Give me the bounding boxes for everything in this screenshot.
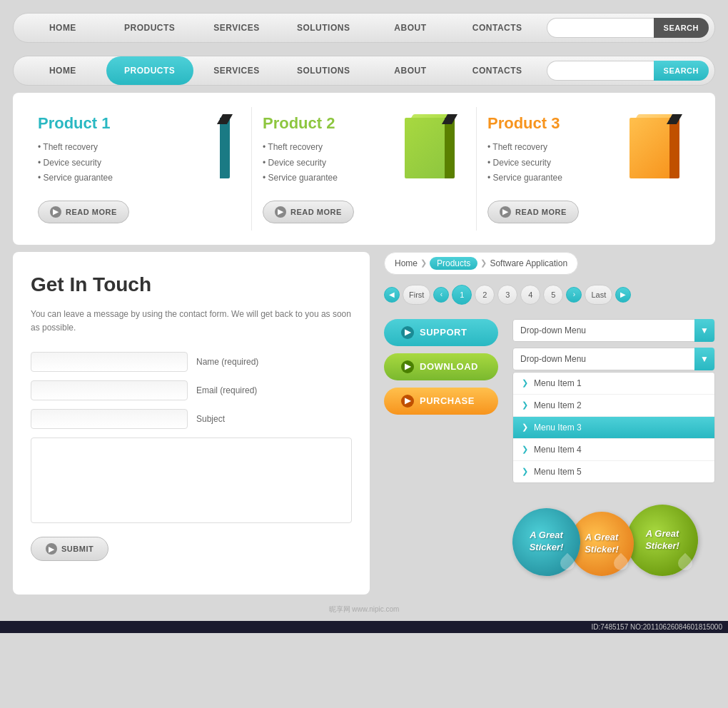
- lower-section: Get In Touch You can leave a message by …: [13, 252, 715, 595]
- page-last-arrow[interactable]: ▶: [615, 287, 631, 303]
- box-front-orange: [630, 118, 672, 178]
- box-side-green: [445, 118, 455, 178]
- email-row: Email (required): [31, 380, 352, 400]
- dropdown-2-trigger[interactable]: Drop-down Menu ▼: [512, 348, 715, 370]
- menu-item-2[interactable]: ❯ Menu Item 2: [513, 395, 714, 417]
- contact-form-title: Get In Touch: [31, 273, 352, 296]
- subject-input[interactable]: [31, 409, 188, 429]
- search-button-1[interactable]: SEARCH: [654, 18, 709, 38]
- products-section: Product 1 Theft recovery Device security…: [13, 93, 715, 245]
- download-icon: ▶: [401, 360, 414, 373]
- menu-item-2-label: Menu Item 2: [534, 400, 582, 410]
- pagination: ◀ First ‹ 1 2 3 4 5 › Last ▶: [384, 285, 715, 305]
- message-textarea[interactable]: [31, 438, 352, 523]
- nav-home-2[interactable]: HOME: [19, 56, 106, 85]
- download-label: DOWNLOAD: [420, 361, 478, 372]
- nav-home-1[interactable]: HOME: [19, 14, 106, 42]
- sticker-blue: A GreatSticker!: [512, 508, 580, 576]
- dropdown-1-label: Drop-down Menu: [520, 325, 586, 335]
- box-side-blue: [220, 118, 230, 178]
- box-front-blue: [180, 118, 223, 178]
- product-2-box: [405, 114, 469, 193]
- nav-services-2[interactable]: SERVICES: [193, 56, 280, 85]
- nav-about-2[interactable]: ABOUT: [367, 56, 454, 85]
- sticker-green-text: A GreatSticker!: [645, 528, 679, 552]
- breadcrumb: Home ❯ Products ❯ Software Application: [384, 252, 578, 275]
- nav-solutions-1[interactable]: SOLUTIONS: [280, 14, 367, 42]
- product-3-read-more[interactable]: ▶ READ MORE: [487, 201, 579, 223]
- sticker-orange-curl: [611, 553, 631, 573]
- search-button-2[interactable]: SEARCH: [654, 61, 709, 81]
- dropdown-2: Drop-down Menu ▼ ❯ Menu Item 1 ❯ Menu It…: [512, 348, 715, 483]
- nav-items-1: HOME PRODUCTS SERVICES SOLUTIONS ABOUT C…: [19, 14, 541, 42]
- submit-icon: ▶: [46, 543, 57, 555]
- purchase-icon: ▶: [401, 395, 414, 408]
- read-more-label-2: READ MORE: [290, 208, 342, 216]
- email-label: Email (required): [196, 385, 257, 395]
- breadcrumb-products[interactable]: Products: [430, 257, 477, 270]
- read-more-label-3: READ MORE: [515, 208, 567, 216]
- dropdown-2-arrow[interactable]: ▼: [694, 348, 714, 370]
- page-last-label[interactable]: Last: [585, 285, 612, 305]
- menu-item-2-arrow: ❯: [522, 400, 528, 410]
- page-first-arrow[interactable]: ◀: [384, 287, 400, 303]
- read-more-icon-1: ▶: [50, 206, 61, 218]
- breadcrumb-sep-2: ❯: [480, 258, 487, 268]
- sticker-orange-text: A GreatSticker!: [585, 532, 619, 556]
- email-input[interactable]: [31, 380, 188, 400]
- nav-solutions-2[interactable]: SOLUTIONS: [280, 56, 367, 85]
- menu-item-5[interactable]: ❯ Menu Item 5: [513, 461, 714, 482]
- support-icon: ▶: [401, 326, 414, 339]
- page-4[interactable]: 4: [520, 285, 540, 305]
- nav-contacts-2[interactable]: CONTACTS: [454, 56, 541, 85]
- submit-button[interactable]: ▶ SUBMIT: [31, 537, 108, 561]
- product-3-3d-box: [630, 114, 679, 178]
- nav-services-1[interactable]: SERVICES: [193, 14, 280, 42]
- nav-items-2: HOME PRODUCTS SERVICES SOLUTIONS ABOUT C…: [19, 56, 541, 85]
- page-prev-arrow[interactable]: ‹: [433, 287, 449, 303]
- product-3-box: [630, 114, 694, 193]
- read-more-label-1: READ MORE: [66, 208, 117, 216]
- support-button[interactable]: ▶ SUPPORT: [384, 319, 498, 346]
- product-1-box: [180, 114, 244, 193]
- box-side-orange: [669, 118, 679, 178]
- page-first-label[interactable]: First: [403, 285, 430, 305]
- download-button[interactable]: ▶ DOWNLOAD: [384, 353, 498, 380]
- page-1[interactable]: 1: [452, 285, 472, 305]
- nav-products-1[interactable]: PRODUCTS: [106, 14, 193, 42]
- sticker-green-curl: [675, 553, 695, 573]
- search-input-2[interactable]: [547, 61, 654, 81]
- page-next-arrow[interactable]: ›: [566, 287, 582, 303]
- menu-item-3-label: Menu Item 3: [534, 423, 582, 433]
- breadcrumb-software[interactable]: Software Application: [490, 258, 567, 268]
- nav-contacts-1[interactable]: CONTACTS: [454, 14, 541, 42]
- menu-item-1[interactable]: ❯ Menu Item 1: [513, 373, 714, 395]
- id-bar: ID:7485157 NO:20110626084601815000: [0, 621, 728, 633]
- nav-search-1: SEARCH: [547, 18, 709, 38]
- nav-about-1[interactable]: ABOUT: [367, 14, 454, 42]
- menu-item-3[interactable]: ❯ Menu Item 3: [513, 417, 714, 439]
- navbar-1: HOME PRODUCTS SERVICES SOLUTIONS ABOUT C…: [13, 13, 715, 43]
- sticker-blue-text: A GreatSticker!: [530, 530, 564, 554]
- page-2[interactable]: 2: [475, 285, 495, 305]
- stickers-row: A GreatSticker! A GreatSticker! A GreatS…: [512, 497, 715, 576]
- search-input-1[interactable]: [547, 18, 654, 38]
- page-3[interactable]: 3: [497, 285, 517, 305]
- menu-item-4[interactable]: ❯ Menu Item 4: [513, 439, 714, 461]
- nav-products-2[interactable]: PRODUCTS: [106, 56, 193, 85]
- read-more-icon-2: ▶: [275, 206, 286, 218]
- page-5[interactable]: 5: [543, 285, 563, 305]
- dropdown-1-arrow[interactable]: ▼: [694, 319, 714, 342]
- product-1-read-more[interactable]: ▶ READ MORE: [38, 201, 129, 223]
- breadcrumb-home[interactable]: Home: [395, 258, 418, 268]
- menu-item-4-arrow: ❯: [522, 445, 528, 454]
- menu-item-1-arrow: ❯: [522, 378, 528, 388]
- product-1: Product 1 Theft recovery Device security…: [27, 107, 252, 231]
- menu-item-4-label: Menu Item 4: [534, 445, 582, 455]
- dropdown-1-trigger[interactable]: Drop-down Menu ▼: [512, 319, 715, 342]
- subject-label: Subject: [196, 414, 225, 424]
- name-input[interactable]: [31, 352, 188, 372]
- product-2-read-more[interactable]: ▶ READ MORE: [263, 201, 354, 223]
- purchase-button[interactable]: ▶ PURCHASE: [384, 388, 498, 415]
- name-row: Name (required): [31, 352, 352, 372]
